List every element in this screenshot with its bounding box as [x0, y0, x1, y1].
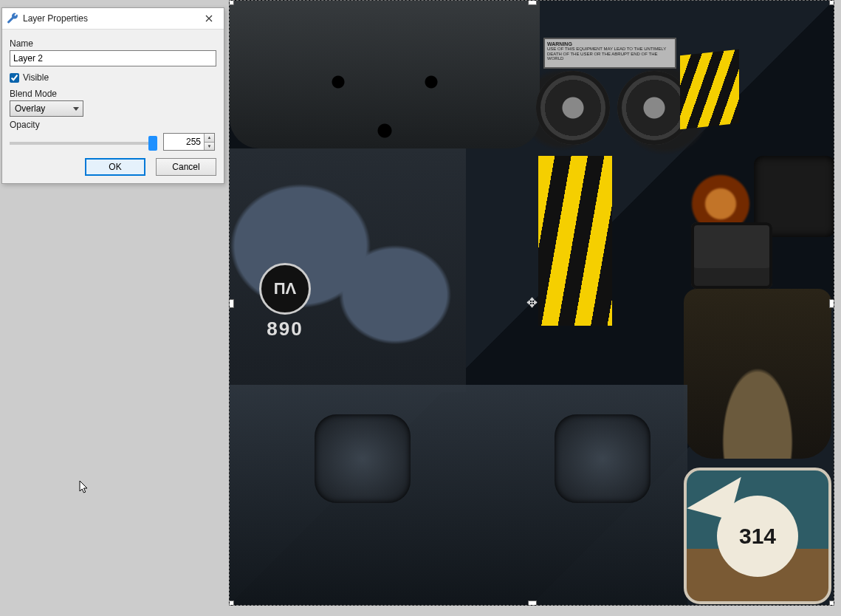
selection-handle[interactable]: [229, 0, 234, 5]
texture-unit-badge: ΠΛ 890: [255, 263, 315, 344]
opacity-spinner[interactable]: ▲ ▼: [163, 133, 215, 151]
badge-glyph: ΠΛ: [259, 263, 311, 315]
texture-warning-plate: WARNING USE OF THIS EQUIPMENT MAY LEAD T…: [543, 38, 676, 69]
texture-wheel: [536, 71, 610, 145]
selection-handle[interactable]: [528, 600, 537, 606]
wrench-icon: [7, 13, 18, 24]
warning-text: USE OF THIS EQUIPMENT MAY LEAD TO THE UN…: [547, 47, 666, 61]
opacity-value-input[interactable]: [164, 134, 204, 150]
mouse-cursor-icon: [79, 480, 89, 495]
texture-shoulder-patch: 314: [684, 468, 831, 604]
opacity-label: Opacity: [10, 120, 216, 130]
opacity-slider[interactable]: [10, 142, 157, 145]
ok-button[interactable]: OK: [85, 158, 145, 176]
selection-handle[interactable]: [528, 0, 537, 5]
dialog-title: Layer Properties: [23, 13, 197, 24]
texture-hazard-stripes: [538, 156, 612, 326]
texture-pad: [315, 414, 411, 503]
dialog-body: Name Visible Blend Mode NormalMultiplyAd…: [2, 30, 224, 183]
cancel-button[interactable]: Cancel: [156, 158, 216, 176]
blend-mode-label: Blend Mode: [10, 89, 216, 99]
blend-mode-combo[interactable]: NormalMultiplyAdditiveOverlayScreenDarke…: [10, 100, 83, 117]
selection-center-icon: ✥: [525, 296, 538, 309]
blend-mode-combo-wrap: NormalMultiplyAdditiveOverlayScreenDarke…: [10, 100, 83, 117]
name-label: Name: [10, 38, 216, 49]
texture-hazard-stripes: [680, 49, 739, 129]
selection-handle[interactable]: [229, 600, 234, 606]
name-input[interactable]: [10, 50, 216, 66]
texture-pouch: [691, 222, 772, 289]
image-canvas[interactable]: WARNING USE OF THIS EQUIPMENT MAY LEAD T…: [229, 0, 834, 606]
visible-checkbox[interactable]: [10, 73, 19, 83]
texture-grill: [230, 1, 540, 148]
patch-number: 314: [717, 496, 798, 577]
spinner-up-button[interactable]: ▲: [204, 134, 214, 143]
selection-handle[interactable]: [829, 299, 834, 308]
warning-title: WARNING: [547, 41, 673, 47]
dialog-button-row: OK Cancel: [10, 158, 216, 176]
layer-properties-dialog: Layer Properties Name Visible Blend Mode…: [1, 7, 224, 184]
selection-handle[interactable]: [829, 0, 834, 5]
texture-pad: [555, 414, 651, 503]
selection-handle[interactable]: [829, 600, 834, 606]
close-button[interactable]: [197, 10, 221, 27]
dialog-titlebar[interactable]: Layer Properties: [2, 8, 224, 30]
texture-boot: [684, 289, 831, 459]
opacity-row: ▲ ▼: [10, 133, 216, 151]
selection-handle[interactable]: [229, 299, 234, 308]
close-icon: [205, 15, 213, 22]
spinner-down-button[interactable]: ▼: [204, 143, 214, 151]
badge-number: 890: [255, 318, 315, 340]
visible-row[interactable]: Visible: [10, 72, 216, 83]
visible-label: Visible: [23, 72, 49, 83]
